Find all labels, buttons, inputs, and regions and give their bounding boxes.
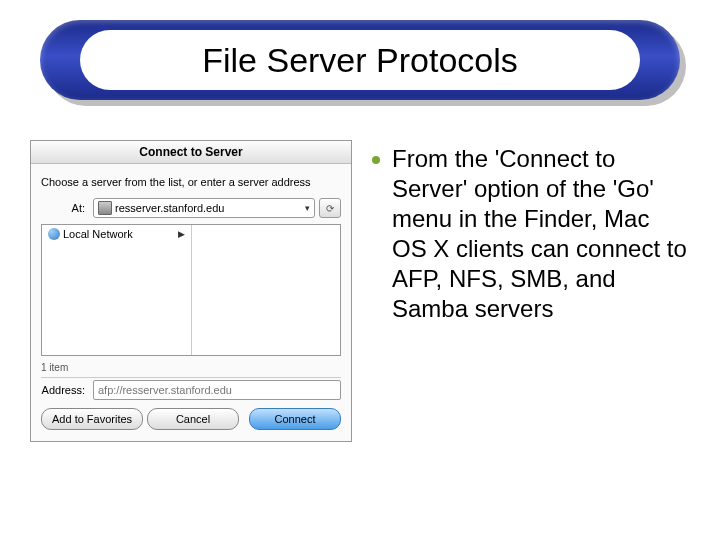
connect-button[interactable]: Connect bbox=[249, 408, 341, 430]
dialog-title-bar: Connect to Server bbox=[31, 141, 351, 164]
address-label: Address: bbox=[41, 384, 89, 396]
address-input[interactable]: afp://resserver.stanford.edu bbox=[93, 380, 341, 400]
column-browser[interactable]: Local Network ▶ bbox=[41, 224, 341, 356]
refresh-button[interactable]: ⟳ bbox=[319, 198, 341, 218]
chevron-updown-icon: ▾ bbox=[305, 203, 310, 213]
at-row: At: resserver.stanford.edu ▾ ⟳ bbox=[41, 198, 341, 218]
bullet-list: From the 'Connect to Server' option of t… bbox=[372, 140, 690, 520]
title-bar: File Server Protocols bbox=[40, 20, 680, 100]
chevron-right-icon: ▶ bbox=[178, 229, 185, 239]
dialog-title: Connect to Server bbox=[139, 145, 242, 159]
server-icon bbox=[98, 201, 112, 215]
dialog-buttons: Add to Favorites Cancel Connect bbox=[41, 408, 341, 430]
at-value: resserver.stanford.edu bbox=[115, 202, 224, 214]
slide-title: File Server Protocols bbox=[202, 41, 518, 80]
status-line: 1 item bbox=[41, 362, 341, 378]
bullet-dot-icon bbox=[372, 156, 380, 164]
at-label: At: bbox=[41, 202, 89, 214]
content-area: Connect to Server Choose a server from t… bbox=[30, 140, 690, 520]
browser-column-2 bbox=[192, 225, 341, 355]
slide: File Server Protocols Connect to Server … bbox=[0, 0, 720, 540]
browser-column-1: Local Network ▶ bbox=[42, 225, 192, 355]
browser-item-label: Local Network bbox=[63, 228, 133, 240]
address-row: Address: afp://resserver.stanford.edu bbox=[41, 380, 341, 400]
bullet-text: From the 'Connect to Server' option of t… bbox=[392, 144, 690, 324]
dialog-instruction: Choose a server from the list, or enter … bbox=[41, 176, 341, 188]
address-value: afp://resserver.stanford.edu bbox=[98, 384, 232, 396]
browser-item-local-network[interactable]: Local Network ▶ bbox=[42, 225, 191, 243]
cancel-button[interactable]: Cancel bbox=[147, 408, 239, 430]
add-to-favorites-button[interactable]: Add to Favorites bbox=[41, 408, 143, 430]
network-icon bbox=[48, 228, 60, 240]
bullet-item: From the 'Connect to Server' option of t… bbox=[372, 144, 690, 324]
at-combo[interactable]: resserver.stanford.edu ▾ bbox=[93, 198, 315, 218]
connect-to-server-dialog: Connect to Server Choose a server from t… bbox=[30, 140, 352, 442]
